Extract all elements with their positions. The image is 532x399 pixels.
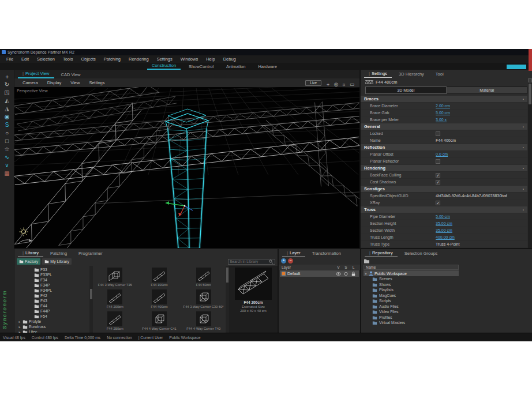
menu-edit[interactable]: Edit: [17, 57, 33, 62]
layer-color-swatch[interactable]: [282, 272, 286, 276]
expand-icon[interactable]: ▸: [18, 330, 21, 333]
rectangle-tool[interactable]: □: [0, 137, 14, 145]
menu-file[interactable]: File: [2, 57, 17, 62]
viewport-menu-display[interactable]: Display: [43, 80, 66, 85]
library-folder-f33[interactable]: F33: [14, 267, 89, 272]
layer-solo-cell[interactable]: [342, 272, 350, 276]
layer-row-default[interactable]: Default: [280, 270, 359, 277]
library-folder-litec[interactable]: ▸Litec: [14, 329, 89, 333]
menu-objects[interactable]: Objects: [77, 57, 99, 62]
repository-folder-playlists[interactable]: Playlists: [364, 287, 532, 293]
lock-icon[interactable]: [351, 272, 356, 276]
properties-scrollbar[interactable]: [528, 78, 532, 248]
menu-help[interactable]: Help: [202, 57, 219, 62]
pan-icon[interactable]: ＋: [324, 81, 332, 87]
library-item-f44-50cm[interactable]: F44 50cm: [181, 268, 226, 289]
screen-icon[interactable]: ▭: [348, 81, 356, 87]
repository-folder-scripts[interactable]: Scripts: [364, 298, 532, 304]
3d-scene[interactable]: Perspective View: [14, 87, 359, 248]
rotate-tool[interactable]: ↻: [0, 81, 14, 89]
layer-tab-transformation[interactable]: Transformation: [308, 251, 346, 257]
viewport-tab-project-view[interactable]: |Project View: [18, 71, 54, 78]
move-tool[interactable]: ＋: [0, 73, 14, 81]
library-item-f44-200cm[interactable]: F44 200cm: [93, 289, 137, 311]
library-item-f44-4-way-corner-t40[interactable]: F44 4-Way Corner T40: [181, 311, 226, 333]
repository-folder-profiles[interactable]: Profiles: [364, 315, 532, 321]
repository-folder-audio-files[interactable]: Audio Files: [364, 304, 532, 310]
view-button-material[interactable]: Material: [447, 86, 528, 94]
library-folder-f33pl[interactable]: F33PL: [14, 272, 89, 277]
library-tab-programmer[interactable]: Programmer: [74, 251, 107, 257]
visibility-icon[interactable]: [336, 272, 341, 276]
curve-tool[interactable]: ∿: [0, 153, 14, 161]
spot-tool[interactable]: ◉: [0, 113, 14, 121]
library-folder-prolyte[interactable]: ▸Prolyte: [14, 319, 89, 324]
repository-folder-virtual-masters[interactable]: Virtual Masters: [364, 320, 532, 326]
collapse-tool[interactable]: ∨: [0, 161, 14, 170]
mode-tab-showcontrol[interactable]: ShowControl: [184, 64, 218, 70]
viewport-tab-cad-view[interactable]: CAD View: [57, 72, 85, 78]
property-value[interactable]: 5.00 cm: [436, 111, 450, 115]
repository-root-workspace[interactable]: ▾Public Workspace: [364, 270, 459, 276]
mode-tab-construction[interactable]: Construction: [147, 63, 181, 70]
property-value[interactable]: 35.00 cm: [436, 221, 452, 225]
transform-tool[interactable]: ◳: [0, 89, 14, 97]
scroll-thumb[interactable]: [529, 84, 531, 104]
library-item-f44-100cm[interactable]: F44 100cm: [137, 268, 182, 289]
library-search[interactable]: [228, 259, 275, 265]
spline-tool[interactable]: S: [0, 121, 14, 129]
repository-folder-magcues[interactable]: MagCues: [364, 293, 532, 299]
checkbox-planar-reflector[interactable]: [436, 159, 440, 164]
source-button-factory[interactable]: Factory: [17, 258, 40, 265]
source-button-my-library[interactable]: My Library: [42, 258, 72, 265]
section-header-general[interactable]: General▪: [361, 123, 527, 130]
grid-scrollbar[interactable]: [226, 266, 229, 333]
section-header-reflection[interactable]: Reflection▪: [361, 144, 527, 150]
circle-tool[interactable]: ○: [0, 129, 14, 137]
orbit-icon[interactable]: ◎: [332, 81, 340, 87]
checkbox-backface-culling[interactable]: ✓: [436, 173, 440, 178]
library-item-f44-4-way-corner-c41[interactable]: F44 4-Way Corner C41: [137, 311, 182, 333]
cursor-b-tool[interactable]: ◮: [0, 105, 14, 113]
section-header-truss[interactable]: Truss▪: [361, 206, 527, 213]
viewport-menu-camera[interactable]: Camera: [18, 80, 43, 85]
repository-folder-video-files[interactable]: Video Files: [364, 309, 532, 315]
tree-scrollbar[interactable]: [89, 266, 93, 333]
library-folder-f42[interactable]: F42: [14, 293, 89, 298]
properties-tab-3d-hierarchy[interactable]: 3D Hierarchy: [394, 71, 429, 78]
scene-canvas[interactable]: [14, 87, 359, 248]
close-button[interactable]: [529, 49, 532, 71]
properties-tab-tool[interactable]: Tool: [431, 71, 448, 78]
library-item-f44-400cm[interactable]: F44 400cm: [137, 289, 182, 311]
property-value[interactable]: 35.00 cm: [436, 228, 452, 232]
menu-patching[interactable]: Patching: [100, 57, 125, 62]
checkbox-cast-shadows[interactable]: ✓: [436, 180, 440, 185]
search-input[interactable]: [230, 259, 268, 264]
property-value[interactable]: 400.00 cm: [436, 235, 455, 239]
section-header-rendering[interactable]: Rendering▪: [361, 165, 527, 171]
layer-tab-layer[interactable]: |Layer: [282, 250, 305, 257]
property-value[interactable]: 0.0 cm: [436, 152, 448, 156]
repository-folder-shows[interactable]: Shows: [364, 282, 532, 288]
mode-tab-animation[interactable]: Animation: [222, 64, 250, 70]
star-tool[interactable]: ☆: [0, 145, 14, 153]
light-icon[interactable]: ☼: [340, 81, 348, 87]
scroll-top-button[interactable]: [528, 78, 532, 82]
repository-name-column[interactable]: Name: [364, 265, 459, 270]
live-button[interactable]: Live: [305, 80, 321, 86]
menu-debug[interactable]: Debug: [219, 57, 240, 62]
library-folder-f34p[interactable]: F34P: [14, 283, 89, 288]
property-value[interactable]: 3.00 x: [436, 118, 447, 122]
repository-folder-scenes[interactable]: Scenes: [364, 276, 532, 282]
library-folder-f34pl[interactable]: F34PL: [14, 288, 89, 293]
cursor-a-tool[interactable]: ◭: [0, 97, 14, 105]
library-item-f44-3-way-corner-c30-60[interactable]: F44 3-Way Corner C30 60°: [181, 289, 226, 311]
library-folder-f44[interactable]: F44: [14, 303, 89, 308]
viewport-menu-view[interactable]: View: [66, 80, 84, 85]
library-folder-f54[interactable]: F54: [14, 314, 89, 319]
menu-selection[interactable]: Selection: [33, 57, 59, 62]
add-layer-button[interactable]: +: [281, 258, 286, 264]
menu-settings[interactable]: Settings: [153, 57, 177, 62]
repository-tab-selection-groups[interactable]: Selection Groups: [400, 251, 443, 257]
library-item-f44-250cm[interactable]: F44 250cm: [93, 311, 137, 333]
